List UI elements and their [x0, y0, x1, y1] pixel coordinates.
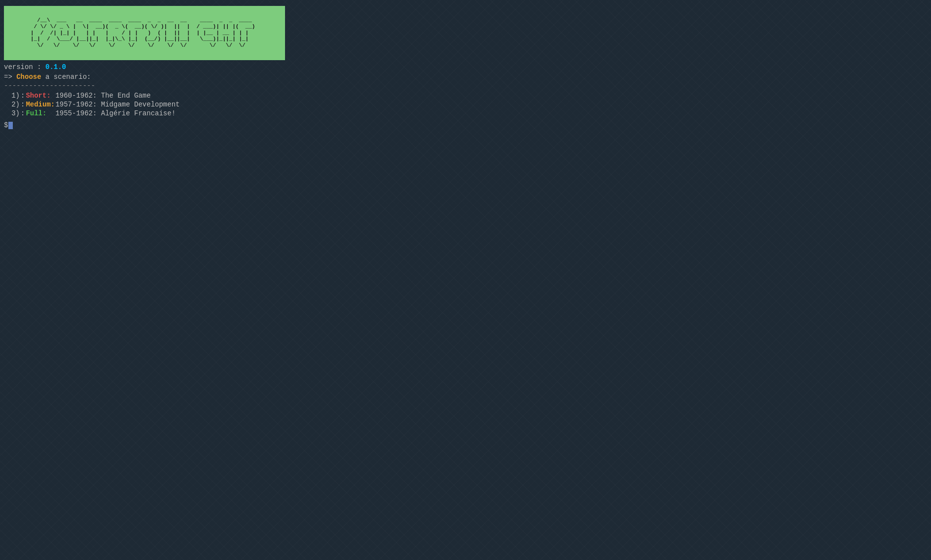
scenario-number-2: 2) — [4, 101, 20, 108]
scenario-item-1[interactable]: 1) : Short: 1960-1962: The End Game — [4, 92, 927, 100]
version-label: version : — [4, 63, 45, 71]
scenario-list: 1) : Short: 1960-1962: The End Game 2) :… — [0, 90, 931, 119]
scenario-item-3[interactable]: 3) : Full: 1955-1962: Algérie Francaise! — [4, 109, 927, 117]
separator: ---------------------- — [0, 82, 931, 90]
prompt-arrow: => — [4, 73, 12, 81]
scenario-item-2[interactable]: 2) : Medium: 1957-1962: Midgame Developm… — [4, 101, 927, 108]
ascii-art-text: /__\ ___ __ ____ ____ ____ _ _ __ __ ___… — [31, 17, 258, 48]
scenario-desc-3: 1955-1962: Algérie Francaise! — [55, 109, 176, 117]
scenario-colon-1: : — [21, 92, 25, 100]
scenario-number-1: 1) — [4, 92, 20, 100]
prompt-choose: Choose — [16, 73, 41, 81]
prompt-section: => Choose a scenario: — [0, 72, 931, 82]
scenario-colon-2: : — [21, 101, 25, 108]
command-prompt[interactable]: $ — [0, 119, 931, 131]
prompt-rest: a scenario: — [41, 73, 91, 81]
scenario-type-1: Short: — [26, 92, 55, 100]
cursor-block — [8, 122, 13, 129]
scenario-number-3: 3) — [4, 109, 20, 117]
scenario-colon-3: : — [21, 109, 25, 117]
ascii-banner: /__\ ___ __ ____ ____ ____ _ _ __ __ ___… — [4, 6, 285, 60]
terminal-window: /__\ ___ __ ____ ____ ____ _ _ __ __ ___… — [0, 0, 931, 131]
version-number: 0.1.0 — [45, 63, 66, 71]
dollar-sign: $ — [4, 121, 8, 129]
version-line: version : 0.1.0 — [0, 62, 931, 72]
scenario-desc-2: 1957-1962: Midgame Development — [55, 101, 179, 108]
scenario-desc-1: 1960-1962: The End Game — [55, 92, 150, 100]
scenario-type-3: Full: — [26, 109, 55, 117]
scenario-type-2: Medium: — [26, 101, 55, 108]
